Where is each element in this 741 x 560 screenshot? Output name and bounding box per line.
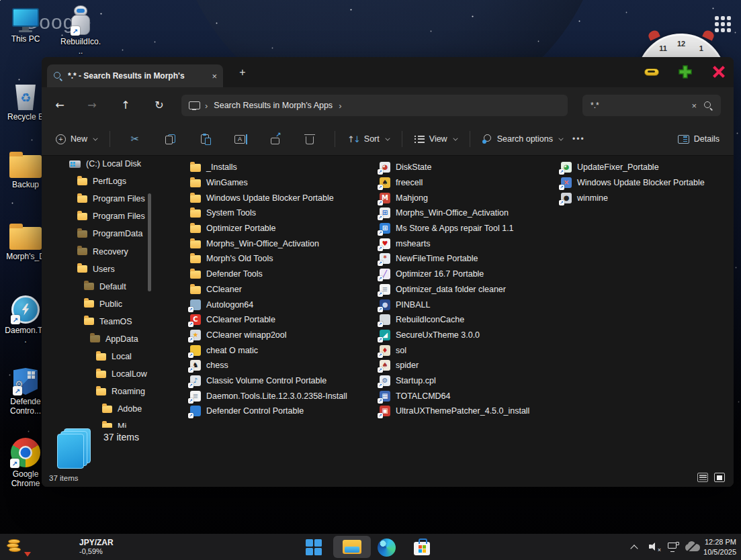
tray-chevron-up-icon[interactable] <box>630 545 638 552</box>
file-item[interactable]: ◕ DiskState <box>380 160 566 175</box>
start-button[interactable] <box>304 537 324 557</box>
sidebar-item[interactable]: LocalLow <box>42 365 153 383</box>
file-item[interactable]: * NewFileTime Portable <box>380 251 566 267</box>
sidebar-item[interactable]: AppData <box>42 330 153 348</box>
desktop-icon-daemon-tools[interactable]: Daemon.T... <box>4 295 47 345</box>
sidebar-item[interactable]: Recovery <box>42 242 153 260</box>
file-item[interactable]: ◕ UpdateFixer_Portable <box>561 160 734 175</box>
file-item[interactable]: ● PINBALL <box>380 297 566 312</box>
file-item[interactable]: RebuildIconCache <box>380 312 566 328</box>
desktop-icon-google-chrome[interactable]: Google Chrome <box>4 438 47 489</box>
desktop-icon-recycle-bin[interactable]: ♻ Recycle B <box>4 85 47 122</box>
close-button[interactable] <box>709 64 728 79</box>
file-item[interactable]: Morphs_Win-Office_Activation <box>190 236 377 251</box>
file-item[interactable]: Optimizer Portable <box>190 221 377 236</box>
details-pane-button[interactable]: Details <box>673 131 724 147</box>
delete-button[interactable] <box>300 129 320 149</box>
file-item[interactable]: ♞ chess <box>190 358 377 373</box>
file-item[interactable]: ♠ freecell <box>380 175 566 191</box>
maximize-button[interactable] <box>676 64 695 79</box>
sort-button[interactable]: ↑↓ Sort <box>343 131 394 148</box>
tab-close-button[interactable]: × <box>212 71 217 81</box>
file-item[interactable]: Windows Update Blocker Portable <box>190 190 377 205</box>
new-tab-button[interactable]: + <box>235 65 250 80</box>
file-item[interactable]: cheat O matic <box>190 342 377 358</box>
file-item[interactable]: ╱ Optimizer 16.7 Portable <box>380 267 566 282</box>
details-view-toggle[interactable] <box>697 473 708 482</box>
tray-clock[interactable]: 12:28 PM 10/5/2025 <box>703 537 736 557</box>
sidebar-item[interactable]: Default <box>42 278 153 295</box>
sidebar-item[interactable]: Roaming <box>42 383 153 400</box>
more-options-button[interactable]: ••• <box>568 131 590 147</box>
cut-button[interactable]: ✂ <box>125 129 145 149</box>
file-item[interactable]: ● winmine <box>561 190 734 205</box>
file-item[interactable]: ♪ Classic Volume Control Portable <box>190 373 377 389</box>
network-icon[interactable] <box>668 542 679 552</box>
search-options-button[interactable]: Search options <box>478 131 568 148</box>
desktop-icon-this-pc[interactable]: This PC <box>4 8 47 44</box>
file-item[interactable]: ★ CCleaner winapp2ool <box>190 328 377 343</box>
file-item[interactable]: ♦ sol <box>380 342 566 358</box>
taskbar-microsoft-store[interactable] <box>412 537 432 557</box>
desktop-icon-morphs-folder[interactable]: Morph's_D <box>4 227 47 262</box>
sidebar-scrollbar[interactable] <box>148 193 151 291</box>
taskbar-file-explorer[interactable] <box>333 536 371 558</box>
address-bar[interactable]: › Search Results in Morph's Apps › <box>181 95 568 116</box>
sidebar-item[interactable]: TeamOS <box>42 313 153 330</box>
refresh-button[interactable]: ↻ <box>150 96 168 113</box>
file-item[interactable]: ≡ Optimizer_data folder cleaner <box>380 282 566 297</box>
rename-button[interactable] <box>230 129 250 149</box>
desktop-icon-defender-control[interactable]: ⚙ Defende Contro... <box>4 368 47 416</box>
file-item[interactable]: Defender Control Portable <box>190 404 377 419</box>
large-icons-view-toggle[interactable] <box>714 473 725 482</box>
search-icon[interactable] <box>703 101 713 110</box>
file-item[interactable]: WinGames <box>190 175 377 191</box>
taskbar-edge[interactable] <box>376 537 396 557</box>
sidebar-item[interactable]: Users <box>42 261 153 278</box>
desktop-icon-backup[interactable]: Backup <box>4 155 47 190</box>
copy-button[interactable] <box>160 129 180 149</box>
explorer-tab[interactable]: *.* - Search Results in Morph's × <box>47 64 223 87</box>
search-input[interactable]: *.* × <box>582 95 721 116</box>
sidebar-item[interactable]: Public <box>42 295 153 313</box>
file-item[interactable]: ⚙ Startup.cpl <box>380 373 566 389</box>
file-item[interactable]: C CCleaner Portable <box>190 312 377 328</box>
file-item[interactable]: ◢ SecureUxTheme 3.0.0 <box>380 328 566 343</box>
app-grid-icon[interactable] <box>715 16 731 32</box>
file-item[interactable]: Morph's Old Tools <box>190 251 377 267</box>
clear-search-button[interactable]: × <box>691 101 697 111</box>
sidebar-item[interactable]: (C:) Local Disk <box>42 155 153 173</box>
file-item[interactable]: ⊞ Morphs_Win-Office_Activation <box>380 205 566 221</box>
view-button[interactable]: View <box>410 131 462 147</box>
desktop-icon-rebuildiconcache[interactable]: RebuildIco... <box>59 5 102 56</box>
new-button[interactable]: New <box>51 131 102 148</box>
file-item[interactable]: ♠ spider <box>380 358 566 373</box>
share-button[interactable] <box>265 129 285 149</box>
file-item[interactable]: _Installs <box>190 160 377 175</box>
forward-button[interactable]: → <box>83 96 101 113</box>
sidebar-item[interactable]: Mi <box>42 418 153 428</box>
sidebar-item[interactable]: PerfLogs <box>42 173 153 190</box>
back-button[interactable]: ← <box>51 96 69 113</box>
sidebar-item[interactable]: Program Files <box>42 207 153 225</box>
sidebar-item[interactable]: ProgramData <box>42 225 153 242</box>
file-item[interactable]: Defender Tools <box>190 267 377 282</box>
file-item[interactable]: M Mahjong <box>380 190 566 205</box>
sidebar-item[interactable]: Local <box>42 348 153 365</box>
weather-widget[interactable]: JPY/ZAR -0,59% <box>4 535 125 559</box>
minimize-button[interactable] <box>642 64 661 79</box>
volume-muted-icon[interactable]: × <box>649 542 661 552</box>
sidebar-item[interactable]: Program Files <box>42 190 153 207</box>
file-item[interactable]: ⊞ Ms Store & Apps repair Tool 1.1 <box>380 221 566 236</box>
file-item[interactable]: System Tools <box>190 205 377 221</box>
file-item[interactable]: × Windows Update Blocker Portable <box>561 175 734 191</box>
file-item[interactable]: Autologon64 <box>190 297 377 312</box>
file-item[interactable]: ≡ Daemon.Tools.Lite.12.3.0.2358-Install <box>190 388 377 404</box>
sidebar-item[interactable]: Adobe <box>42 400 153 418</box>
file-item[interactable]: ♥ mshearts <box>380 236 566 251</box>
onedrive-paused-icon[interactable] <box>685 544 700 551</box>
paste-button[interactable] <box>195 129 215 149</box>
file-item[interactable]: ▣ UltraUXThemePatcher_4.5.0_install <box>380 404 566 419</box>
file-item[interactable]: CCleaner <box>190 282 377 297</box>
file-item[interactable]: ▦ TOTALCMD64 <box>380 388 566 404</box>
